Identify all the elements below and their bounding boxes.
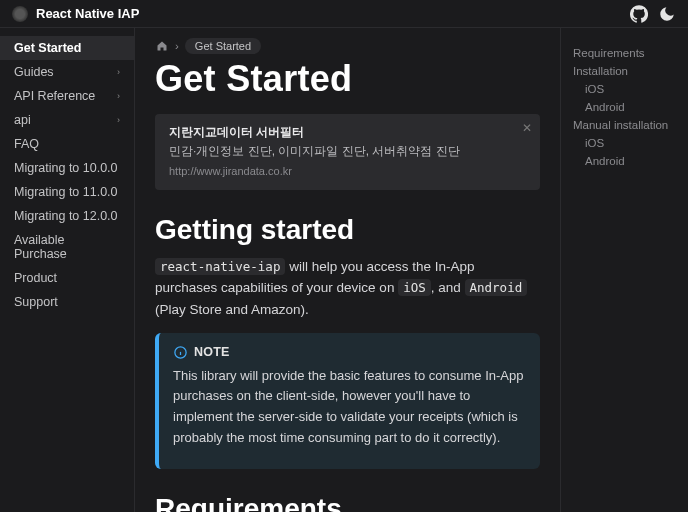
sidebar-item-migrate-11[interactable]: Migrating to 11.0.0 (0, 180, 134, 204)
site-logo (12, 6, 28, 22)
sidebar-item-label: Product (14, 271, 57, 285)
sidebar-item-available-purchase[interactable]: Available Purchase (0, 228, 134, 266)
requirements-heading: Requirements (155, 493, 540, 512)
code-android: Android (465, 279, 528, 296)
sidebar-item-label: Guides (14, 65, 54, 79)
code-ios: iOS (398, 279, 431, 296)
sidebar-item-label: Migrating to 11.0.0 (14, 185, 118, 199)
sidebar-item-guides[interactable]: Guides › (0, 60, 134, 84)
note-label: NOTE (194, 345, 230, 359)
note-admonition: NOTE This library will provide the basic… (155, 333, 540, 469)
sidebar-item-label: Support (14, 295, 58, 309)
sidebar-item-product[interactable]: Product (0, 266, 134, 290)
note-head: NOTE (173, 345, 526, 360)
page-title: Get Started (155, 58, 540, 100)
toc-link[interactable]: iOS (573, 80, 678, 98)
sidebar-item-label: Available Purchase (14, 233, 120, 261)
toc-link[interactable]: Installation (573, 62, 678, 80)
sidebar-item-migrate-10[interactable]: Migrating to 10.0.0 (0, 156, 134, 180)
sidebar-item-api[interactable]: api › (0, 108, 134, 132)
getting-started-paragraph: react-native-iap will help you access th… (155, 256, 540, 321)
sidebar-item-label: Migrating to 10.0.0 (14, 161, 118, 175)
home-icon[interactable] (155, 39, 169, 53)
ad-link[interactable]: http://www.jirandata.co.kr (169, 164, 526, 180)
sidebar-item-api-reference[interactable]: API Reference › (0, 84, 134, 108)
main-content: › Get Started Get Started ✕ 지란지교데이터 서버필터… (135, 28, 560, 512)
sidebar-item-support[interactable]: Support (0, 290, 134, 314)
chevron-right-icon: › (117, 115, 120, 125)
breadcrumb-sep: › (175, 40, 179, 52)
toc-link[interactable]: Manual installation (573, 116, 678, 134)
theme-toggle-icon[interactable] (658, 5, 676, 23)
text-span: , and (431, 280, 465, 295)
breadcrumb: › Get Started (155, 38, 540, 54)
sidebar-item-migrate-12[interactable]: Migrating to 12.0.0 (0, 204, 134, 228)
toc-link[interactable]: Requirements (573, 44, 678, 62)
sidebar-item-label: Migrating to 12.0.0 (14, 209, 118, 223)
sidebar-item-get-started[interactable]: Get Started (0, 36, 134, 60)
code-pkg: react-native-iap (155, 258, 285, 275)
ad-card: ✕ 지란지교데이터 서버필터 민감·개인정보 진단, 이미지파일 진단, 서버취… (155, 114, 540, 190)
text-span: (Play Store and Amazon). (155, 302, 309, 317)
getting-started-heading: Getting started (155, 214, 540, 246)
sidebar-item-label: FAQ (14, 137, 39, 151)
topbar: React Native IAP (0, 0, 688, 28)
info-icon (173, 345, 188, 360)
note-body: This library will provide the basic feat… (173, 366, 526, 449)
ad-headline: 지란지교데이터 서버필터 (169, 124, 526, 141)
ad-close-icon[interactable]: ✕ (522, 120, 532, 137)
toc: Requirements Installation iOS Android Ma… (560, 28, 688, 512)
breadcrumb-current: Get Started (185, 38, 261, 54)
site-title: React Native IAP (36, 6, 620, 21)
toc-link[interactable]: Android (573, 98, 678, 116)
ad-body: 민감·개인정보 진단, 이미지파일 진단, 서버취약점 진단 (169, 143, 526, 160)
sidebar-item-label: API Reference (14, 89, 95, 103)
sidebar-item-label: api (14, 113, 31, 127)
toc-link[interactable]: iOS (573, 134, 678, 152)
sidebar: Get Started Guides › API Reference › api… (0, 28, 135, 512)
sidebar-item-label: Get Started (14, 41, 81, 55)
chevron-right-icon: › (117, 91, 120, 101)
sidebar-item-faq[interactable]: FAQ (0, 132, 134, 156)
toc-link[interactable]: Android (573, 152, 678, 170)
github-icon[interactable] (630, 5, 648, 23)
chevron-right-icon: › (117, 67, 120, 77)
